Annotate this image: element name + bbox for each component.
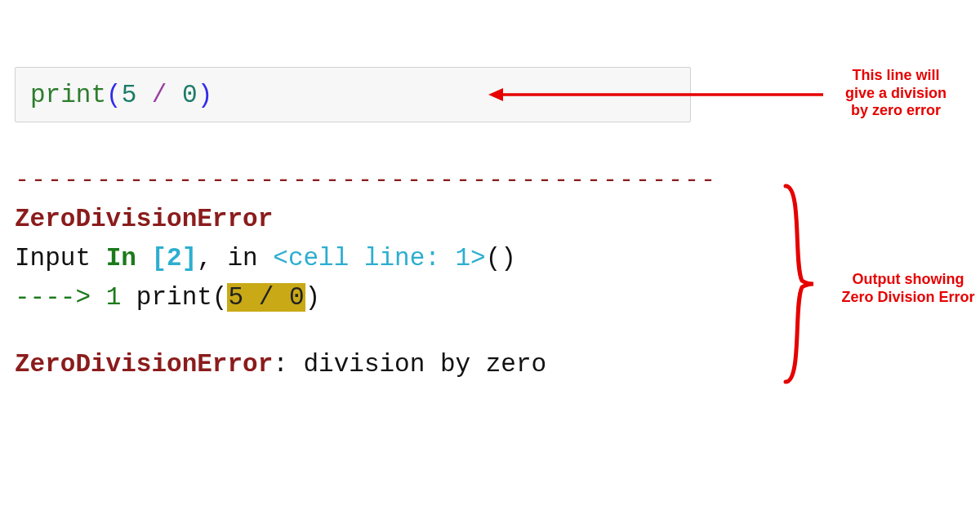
trace-bracket: [ [151, 244, 167, 273]
token-number: 0 [289, 283, 305, 312]
traceback-header: ZeroDivisionError [15, 200, 717, 239]
blank-line [15, 317, 717, 345]
trace-cell-ref: <cell line: 1> [273, 244, 485, 273]
token-space [136, 81, 152, 109]
traceback-location: Input In [2], in <cell line: 1>() [15, 239, 717, 278]
annotation-arrow-icon [488, 85, 823, 104]
token-space [274, 283, 289, 312]
trace-text: Input [15, 244, 106, 273]
token-paren-close: ) [198, 81, 213, 109]
trace-arrow: ----> [15, 283, 106, 312]
error-type: ZeroDivisionError [15, 350, 273, 379]
error-message: division by zero [303, 350, 546, 379]
annotation-brace-icon [782, 183, 815, 385]
error-colon: : [273, 350, 303, 379]
trace-parens: () [486, 244, 516, 273]
token-operator: / [152, 81, 167, 109]
trace-in-keyword: In [106, 244, 152, 273]
token-function: print [30, 81, 106, 109]
token-operator: / [259, 283, 274, 312]
token-paren-open: ( [212, 283, 228, 312]
traceback-code-line: ----> 1 print(5 / 0) [15, 278, 717, 317]
annotation-line: Zero Division Error [841, 289, 974, 305]
annotation-input: This line will give a division by zero e… [826, 67, 965, 120]
token-number: 0 [182, 81, 198, 109]
token-paren-open: ( [106, 81, 122, 109]
trace-bracket: ] [182, 244, 198, 273]
token-space [121, 283, 136, 312]
highlighted-expression: 5 / 0 [227, 283, 305, 312]
token-function: print [136, 283, 212, 312]
error-type: ZeroDivisionError [15, 205, 273, 233]
error-message-line: ZeroDivisionError: division by zero [15, 345, 717, 384]
svg-marker-1 [488, 88, 503, 101]
token-space [167, 81, 182, 109]
trace-lineno: 1 [106, 283, 122, 312]
token-paren-close: ) [305, 283, 321, 312]
trace-exec-count: 2 [167, 244, 182, 273]
annotation-line: give a division [845, 85, 947, 101]
token-space [243, 283, 259, 312]
annotation-output: Output showing Zero Division Error [835, 271, 980, 306]
token-number: 5 [122, 81, 137, 109]
trace-text: , in [197, 244, 273, 273]
annotation-line: Output showing [853, 271, 964, 287]
token-number: 5 [228, 283, 243, 312]
annotation-line: This line will [852, 67, 939, 83]
annotation-line: by zero error [851, 102, 941, 118]
output-area: ----------------------------------------… [15, 162, 717, 384]
traceback-separator: ----------------------------------------… [15, 162, 717, 200]
